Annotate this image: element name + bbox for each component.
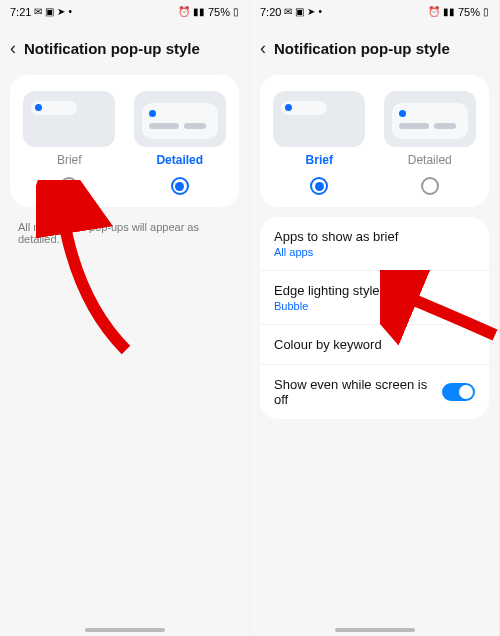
brief-label: Brief (306, 153, 333, 167)
toggle-show-screen-off[interactable] (442, 383, 475, 401)
screen-detailed: 7:21 ✉ ▣ ➤ • ⏰ ▮▮ 75% ▯ ‹ Notification p… (0, 0, 250, 636)
row-sub: Bubble (274, 300, 380, 312)
battery-icon: ▯ (233, 7, 239, 17)
style-card: Brief Detailed (260, 75, 489, 207)
brief-label: Brief (57, 153, 82, 167)
row-title: Edge lighting style (274, 283, 380, 298)
detailed-label: Detailed (156, 153, 203, 167)
detailed-preview (134, 91, 226, 147)
option-brief[interactable]: Brief (270, 91, 369, 195)
detailed-radio[interactable] (171, 177, 189, 195)
brief-radio[interactable] (310, 177, 328, 195)
status-bar: 7:21 ✉ ▣ ➤ • ⏰ ▮▮ 75% ▯ (0, 0, 249, 24)
back-icon[interactable]: ‹ (260, 38, 266, 59)
brief-radio[interactable] (60, 177, 78, 195)
brief-preview (23, 91, 115, 147)
msg-icon: ✉ (284, 7, 292, 17)
signal-icon: ▮▮ (193, 7, 205, 17)
screen-brief: 7:20 ✉ ▣ ➤ • ⏰ ▮▮ 75% ▯ ‹ Notification p… (250, 0, 500, 636)
send-icon: ➤ (57, 7, 65, 17)
option-detailed[interactable]: Detailed (131, 91, 230, 195)
row-show-screen-off[interactable]: Show even while screen is off (260, 365, 489, 419)
nav-handle[interactable] (335, 628, 415, 632)
brief-preview (273, 91, 365, 147)
nav-handle[interactable] (85, 628, 165, 632)
title-bar: ‹ Notification pop-up style (250, 24, 499, 69)
battery-text: 75% (458, 6, 480, 18)
settings-list: Apps to show as brief All apps Edge ligh… (260, 217, 489, 419)
row-colour-keyword[interactable]: Colour by keyword (260, 325, 489, 365)
alarm-icon: ⏰ (428, 7, 440, 17)
status-bar: 7:20 ✉ ▣ ➤ • ⏰ ▮▮ 75% ▯ (250, 0, 499, 24)
annotation-arrow (36, 180, 156, 360)
send-icon: ➤ (307, 7, 315, 17)
status-time: 7:21 (10, 6, 31, 18)
option-detailed[interactable]: Detailed (381, 91, 480, 195)
chat-icon: ▣ (45, 7, 54, 17)
style-card: Brief Detailed (10, 75, 239, 207)
status-time: 7:20 (260, 6, 281, 18)
chat-icon: ▣ (295, 7, 304, 17)
row-apps-brief[interactable]: Apps to show as brief All apps (260, 217, 489, 271)
row-title: Colour by keyword (274, 337, 382, 352)
page-title: Notification pop-up style (24, 40, 200, 57)
more-icon: • (68, 7, 72, 17)
battery-icon: ▯ (483, 7, 489, 17)
hint-text: All notification pop-ups will appear as … (0, 217, 249, 249)
title-bar: ‹ Notification pop-up style (0, 24, 249, 69)
msg-icon: ✉ (34, 7, 42, 17)
detailed-preview (384, 91, 476, 147)
battery-text: 75% (208, 6, 230, 18)
detailed-radio[interactable] (421, 177, 439, 195)
row-sub: All apps (274, 246, 398, 258)
row-title: Apps to show as brief (274, 229, 398, 244)
option-brief[interactable]: Brief (20, 91, 119, 195)
alarm-icon: ⏰ (178, 7, 190, 17)
back-icon[interactable]: ‹ (10, 38, 16, 59)
row-edge-lighting[interactable]: Edge lighting style Bubble (260, 271, 489, 325)
row-title: Show even while screen is off (274, 377, 442, 407)
detailed-label: Detailed (408, 153, 452, 167)
more-icon: • (318, 7, 322, 17)
page-title: Notification pop-up style (274, 40, 450, 57)
signal-icon: ▮▮ (443, 7, 455, 17)
